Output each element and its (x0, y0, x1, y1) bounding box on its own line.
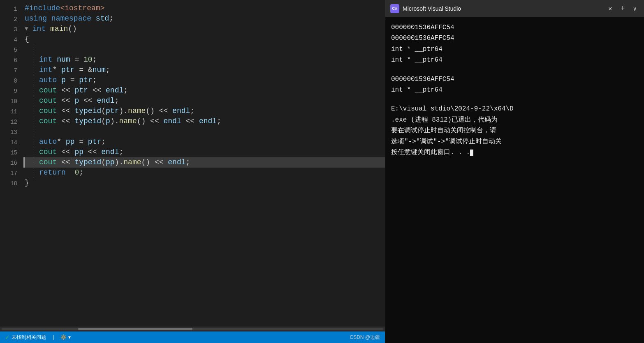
semi8: ; (93, 75, 97, 85)
var-p-10: p (74, 96, 79, 106)
paren12b: ). (110, 116, 119, 127)
kw-auto-8: auto (39, 75, 57, 85)
code-line-4: { (25, 34, 385, 44)
terminal-line-7: int * __ptr64 (391, 85, 638, 95)
status-lightbulb[interactable]: 🔆 ▾ (60, 334, 71, 340)
paren12a: ( (101, 116, 106, 127)
eq14: = (74, 137, 88, 147)
parens: () (68, 24, 77, 34)
line-num-1: 1 (14, 4, 17, 14)
line-num-4: 4 (14, 35, 17, 45)
endl-15: endl (101, 147, 119, 157)
terminal-content[interactable]: 0000001536AFFC54 0000001536AFFC54 int * … (385, 17, 644, 343)
terminal-line-2: 0000001536AFFC54 (391, 33, 638, 44)
code-line-1: #include<iostream> (25, 3, 385, 14)
line-num-2: 2 (14, 14, 17, 25)
fn-parens-11: () << (146, 106, 172, 116)
line-num-17: 17 (10, 168, 17, 179)
fn-parens-16: () << (141, 157, 168, 168)
semi17: ; (79, 168, 83, 178)
terminal-chevron-button[interactable]: ∨ (631, 5, 639, 13)
semi16: ; (186, 157, 190, 168)
line-num-8: 8 (14, 76, 17, 86)
status-separator: | (53, 334, 54, 340)
code-line-6: int num = 10; (25, 55, 385, 65)
line-gutter: 1 2 3 4 5 6 7 8 9 10 11 12 13 14 15 16 1… (0, 3, 21, 323)
terminal-icon-text: C# (392, 6, 397, 11)
check-icon: ✓ (5, 334, 10, 341)
code-line-10: cout << p << endl; (25, 96, 385, 106)
code-line-16: cout << typeid(pp).name() << endl; (23, 157, 385, 168)
close-brace: } (25, 178, 29, 188)
code-lines: #include<iostream> using namespace std; … (21, 3, 385, 323)
num-0: 0 (74, 168, 79, 178)
line-num-3: 3 (14, 25, 17, 35)
op9b: << (88, 85, 106, 96)
code-line-11: cout << typeid(ptr).name() << endl; (25, 106, 385, 116)
typeid-12: typeid (74, 116, 101, 127)
typeid-16: typeid (74, 157, 101, 168)
code-line-13 (25, 127, 385, 137)
var-ptr-8: ptr (79, 75, 92, 85)
fold-arrow[interactable]: ▼ (25, 24, 32, 34)
line-num-14: 14 (10, 138, 17, 148)
indent-dashed-5 (33, 44, 33, 55)
sp6 (52, 55, 57, 65)
pp-16: pp (106, 157, 115, 168)
sp8 (57, 75, 61, 85)
endl-12a: endl (164, 116, 181, 127)
paren11b: ). (119, 106, 128, 116)
terminal-line-3: int * __ptr64 (391, 44, 638, 55)
kw-int-6: int (39, 55, 52, 65)
line-num-18: 18 (10, 179, 17, 189)
preproc-include: #include (25, 3, 60, 14)
var-pp-15: pp (74, 147, 83, 157)
endl-9: endl (106, 85, 123, 96)
paren11a: ( (101, 106, 106, 116)
semi14: ; (101, 137, 106, 147)
terminal-close-button[interactable]: ✕ (606, 4, 615, 14)
cout-16: cout (39, 157, 57, 168)
op16a: << (57, 157, 74, 168)
space (47, 14, 51, 24)
terminal-title-area: C# Microsoft Visual Studio (390, 4, 602, 13)
terminal-title-text: Microsoft Visual Studio (403, 5, 461, 12)
indent-dashed-12 (33, 116, 33, 127)
line-num-15: 15 (10, 148, 17, 158)
no-issues-label: 未找到相关问题 (12, 334, 46, 341)
scrollbar-thumb[interactable] (78, 328, 192, 330)
line-num-7: 7 (14, 66, 17, 76)
indent-dashed-7 (33, 65, 33, 75)
indent-dashed-11 (33, 106, 33, 116)
line-num-6: 6 (14, 55, 17, 66)
op9a: << (57, 85, 74, 96)
sp17 (66, 168, 75, 178)
terminal-line-8 (391, 95, 638, 104)
terminal-line-6: 0000001536AFFC54 (391, 74, 638, 85)
scrollbar-track[interactable] (2, 328, 383, 330)
semi12: ; (217, 116, 221, 127)
kw-namespace: namespace (51, 14, 91, 24)
var-p: p (61, 75, 66, 85)
kw-int-main: int (32, 24, 46, 34)
main-container: 1 2 3 4 5 6 7 8 9 10 11 12 13 14 15 16 1… (0, 0, 644, 343)
cursor (470, 150, 473, 156)
indent-dashed-17 (33, 168, 33, 178)
indent-dashed-10 (33, 96, 33, 106)
op10a: << (57, 96, 74, 106)
terminal-add-button[interactable]: + (618, 4, 628, 14)
code-line-14: auto* pp = ptr; (25, 137, 385, 147)
line-num-16: 16 (10, 158, 17, 168)
code-line-17: return 0; (25, 168, 385, 178)
line-num-13: 13 (10, 127, 17, 138)
indent-dashed-16 (33, 157, 33, 168)
code-line-15: cout << pp << endl; (25, 147, 385, 157)
arrow-icon: ▾ (68, 334, 71, 340)
horizontal-scrollbar[interactable] (0, 327, 385, 331)
cout-11: cout (39, 106, 57, 116)
fn-name-16: name (123, 157, 141, 168)
terminal-line-5 (391, 66, 638, 74)
var-pp: pp (66, 137, 75, 147)
fn-main: main (50, 24, 68, 34)
line-num-10: 10 (10, 97, 17, 107)
